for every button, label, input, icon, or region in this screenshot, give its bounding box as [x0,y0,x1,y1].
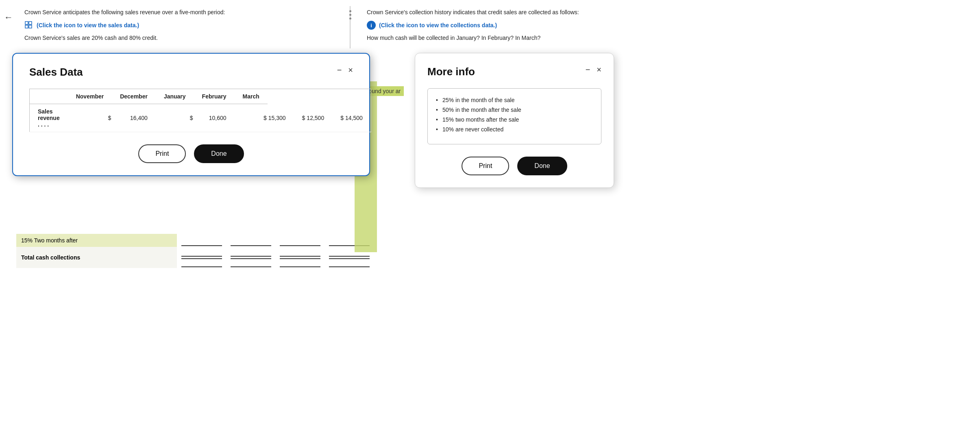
left-description: Crown Service anticipates the following … [24,8,342,17]
input-total-top-2[interactable] [231,248,271,257]
info-item-3: 15% two months after the sale [436,116,593,123]
left-content-area: Crown Service anticipates the following … [0,0,350,55]
svg-rect-3 [29,25,32,28]
input-15pct-1[interactable] [181,237,222,246]
val-dollar-0: $ [68,104,112,132]
sales-revenue-row: Sales revenue . . . .$16,400$10,600$15,3… [30,104,371,132]
info-icon: i [367,21,376,30]
right-question: How much cash will be collected in Janua… [367,34,964,42]
collections-link-text: (Click the icon to view the collections … [379,22,497,28]
modal-header: Sales Data − × [29,66,353,78]
sales-modal-minimize[interactable]: − [337,66,342,74]
val-amount-4: 14,500 [344,104,371,132]
input-cell-total-1 [177,247,226,268]
info-modal-header: More info − × [427,65,601,78]
sales-data-table: November December January February March… [29,89,371,132]
sales-data-link-text: (Click the icon to view the sales data.) [37,22,139,28]
val-dollar-4: $ [332,104,344,132]
col-header-feb: February [194,89,235,104]
sales-data-link[interactable]: (Click the icon to view the sales data.) [24,21,342,30]
svg-rect-0 [25,22,28,24]
col-header-mar: March [235,89,268,104]
info-done-button[interactable]: Done [517,157,567,175]
input-total-bot-2[interactable] [231,258,271,267]
row-label-15pct: 15% Two months after [16,234,177,247]
svg-rect-1 [29,22,32,24]
input-total-bot-3[interactable] [280,258,320,267]
val-amount-0: 16,400 [112,104,156,132]
sales-modal-buttons: Print Done [29,144,353,163]
collections-data-link[interactable]: i (Click the icon to view the collection… [367,21,964,30]
sales-revenue-label: Sales revenue . . . . [30,104,68,132]
col-header-jan: January [156,89,194,104]
val-amount-1: 10,600 [194,104,235,132]
right-content-area: Crown Service's collection history indic… [351,0,980,55]
info-box: 25% in the month of the sale 50% in the … [427,88,601,144]
modal-controls: − × [337,66,353,74]
svg-rect-2 [25,25,28,28]
input-total-top-3[interactable] [280,248,320,257]
info-item-2: 50% in the month after the sale [436,107,593,113]
spreadsheet-area: 15% Two months after Total cash collecti… [0,234,374,268]
val-dollar-1: $ [156,104,194,132]
input-cell-15pct-2 [226,234,275,247]
input-total-top-1[interactable] [181,248,222,257]
input-cell-15pct-1 [177,234,226,247]
info-item-4: 10% are never collected [436,126,593,133]
info-list: 25% in the month of the sale 50% in the … [436,97,593,133]
sales-done-button[interactable]: Done [194,144,244,163]
val-amount-2: 15,300 [268,104,294,132]
input-15pct-2[interactable] [231,237,271,246]
table-row-total: Total cash collections [16,247,374,268]
info-modal-title: More info [427,65,475,78]
input-total-bot-4[interactable] [329,258,370,267]
right-description: Crown Service's collection history indic… [367,8,964,17]
sales-modal-title: Sales Data [29,66,83,78]
left-note: Crown Service's sales are 20% cash and 8… [24,34,342,42]
info-modal-close[interactable]: × [597,65,601,74]
info-print-button[interactable]: Print [462,157,509,175]
input-total-bot-1[interactable] [181,258,222,267]
more-info-modal: More info − × 25% in the month of the sa… [415,53,614,188]
main-top-area: Crown Service anticipates the following … [0,0,980,55]
info-modal-buttons: Print Done [427,157,601,175]
sales-table-header-row: November December January February March [30,89,371,104]
row-label-total: Total cash collections [16,247,177,268]
info-modal-controls: − × [586,65,601,74]
val-dollar-3: $ [294,104,306,132]
info-modal-minimize[interactable]: − [586,65,590,74]
sales-print-button[interactable]: Print [138,144,186,163]
col-header-dec: December [112,89,156,104]
input-15pct-3[interactable] [280,237,320,246]
input-cell-15pct-3 [276,234,325,247]
sales-modal-close[interactable]: × [348,66,353,74]
table-row-15pct: 15% Two months after [16,234,374,247]
val-amount-3: 12,500 [306,104,332,132]
col-header-label [30,89,68,104]
sales-data-modal: Sales Data − × November December January… [12,53,370,176]
input-cell-total-3 [276,247,325,268]
info-item-1: 25% in the month of the sale [436,97,593,103]
grid-icon [24,21,33,30]
col-header-nov: November [68,89,112,104]
val-dollar-2: $ [235,104,268,132]
input-cell-total-2 [226,247,275,268]
